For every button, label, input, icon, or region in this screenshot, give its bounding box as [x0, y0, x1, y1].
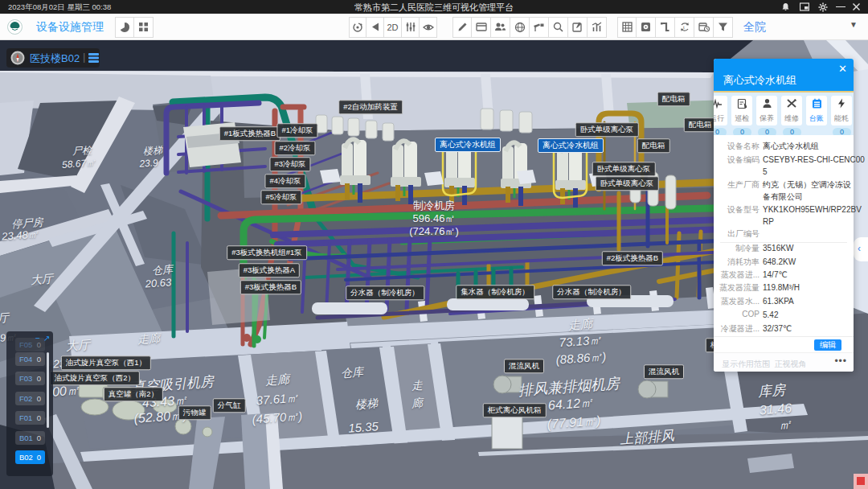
svg-text:t: t: [683, 25, 685, 30]
